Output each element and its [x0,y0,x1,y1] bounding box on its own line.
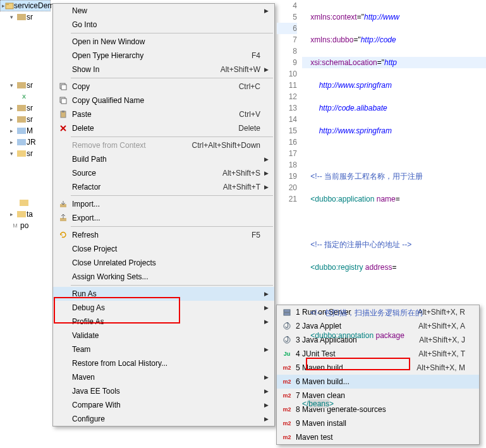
tree-item[interactable]: ▾sr [0,148,51,159]
menu-item-import-[interactable]: Import... [53,197,274,211]
menu-label: Configure [71,415,260,423]
menu-label: Assign Working Sets... [71,272,260,281]
menu-item-debug-as[interactable]: Debug As▶ [53,301,274,315]
menu-label: Import... [71,200,260,209]
server-icon [279,308,295,317]
line-gutter: 456789101112131415161718192021 [277,0,302,253]
menu-label: New [71,6,260,15]
submenu-arrow-icon: ▶ [264,318,272,325]
tree-root[interactable]: ▸ serviceDemo [0,0,51,11]
maven-icon: M [10,222,20,229]
menu-item-delete[interactable]: DeleteDelete [53,121,274,135]
tree-item[interactable]: X [0,91,51,102]
submenu-arrow-icon: ▶ [264,305,272,311]
menu-shortcut: Ctrl+C [239,82,264,91]
submenu-arrow-icon: ▶ [264,346,272,353]
menu-label: Paste [71,110,239,119]
menu-item-compare-with[interactable]: Compare With▶ [53,398,274,412]
menu-label: Profile As [71,317,260,326]
menu-item-copy[interactable]: CopyCtrl+C [53,80,274,94]
m2-icon: m2 [279,434,295,440]
svg-text:J: J [285,322,289,330]
tree-item[interactable]: ▸JR [0,136,51,148]
svg-rect-9 [20,200,28,206]
menu-item-show-in[interactable]: Show InAlt+Shift+W▶ [53,63,274,76]
svg-rect-14 [61,99,66,104]
menu-shortcut: F4 [252,51,264,60]
menu-item-profile-as[interactable]: Profile As▶ [53,315,274,329]
menu-item-maven[interactable]: Maven▶ [53,370,274,384]
paste-icon [56,110,71,119]
menu-item-go-into[interactable]: Go Into [53,18,274,32]
code-area[interactable]: xmlns:context="http://www xmlns:dubbo="h… [302,0,486,253]
folder-icon [16,150,27,157]
menu-label: Validate [71,331,260,340]
menu-label: Open in New Window [71,37,260,46]
project-tree[interactable]: ▸ serviceDemo ▾sr ▾sr X ▸sr ▸sr ▸M ▸JR ▾… [0,0,51,448]
project-icon [5,2,14,9]
menu-label: Go Into [71,20,260,29]
menu-item-open-type-hierarchy[interactable]: Open Type HierarchyF4 [53,49,274,63]
menu-item-refresh[interactable]: RefreshF5 [53,228,274,242]
menu-item-open-in-new-window[interactable]: Open in New Window [53,35,274,49]
svg-rect-16 [62,111,64,112]
menu-item-validate[interactable]: Validate [53,329,274,342]
tree-item[interactable]: ▾sr [0,11,51,23]
menu-item-assign-working-sets-[interactable]: Assign Working Sets... [53,270,274,284]
menu-item-source[interactable]: SourceAlt+Shift+S▶ [53,166,274,180]
m2-icon: m2 [279,406,295,413]
svg-rect-21 [284,310,290,312]
menu-separator [71,226,273,227]
tree-item[interactable] [0,197,51,209]
menu-label: Restore from Local History... [71,359,260,368]
copy-icon [56,82,71,91]
menu-item-build-path[interactable]: Build Path▶ [53,152,274,166]
tree-item[interactable]: ▸sr [0,102,51,114]
menu-item-run-as[interactable]: Run As▶ [53,287,274,301]
tree-item[interactable]: ▸M [0,125,51,136]
menu-label: Delete [71,124,238,133]
submenu-arrow-icon: ▶ [264,416,272,422]
menu-item-java-ee-tools[interactable]: Java EE Tools▶ [53,384,274,398]
japp-icon: J [279,322,295,330]
tree-item[interactable]: ▸sr [0,114,51,125]
menu-item-paste[interactable]: PasteCtrl+V [53,107,274,121]
lib-icon [16,127,27,135]
package-icon [16,13,27,21]
tree-item[interactable]: Mpo [0,220,51,231]
menu-item-close-project[interactable]: Close Project [53,242,274,256]
menu-item-remove-from-context[interactable]: Remove from ContextCtrl+Alt+Shift+Down [53,138,274,152]
menu-item-export-[interactable]: Export... [53,211,274,225]
code-editor[interactable]: 456789101112131415161718192021 xmlns:con… [277,0,486,253]
delete-icon [56,124,71,133]
menu-item-team[interactable]: Team▶ [53,342,274,356]
menu-separator [71,78,273,78]
export-icon [56,214,71,222]
menu-separator [71,136,273,137]
submenu-arrow-icon: ▶ [264,291,272,297]
menu-item-restore-from-local-history-[interactable]: Restore from Local History... [53,356,274,370]
menu-label: Team [71,345,260,354]
menu-item-new[interactable]: New▶ [53,4,274,18]
tree-item[interactable]: ▾sr [0,80,51,91]
submenu-arrow-icon: ▶ [264,66,272,73]
menu-shortcut: Ctrl+V [239,110,264,119]
menu-label: Source [71,169,222,178]
lib-icon [16,138,27,146]
menu-label: Export... [71,214,260,222]
menu-item-refactor[interactable]: RefactorAlt+Shift+T▶ [53,180,274,194]
svg-rect-22 [284,313,290,315]
menu-item-close-unrelated-projects[interactable]: Close Unrelated Projects [53,256,274,270]
m2-icon: m2 [279,365,295,371]
refresh-icon [56,231,71,239]
svg-rect-1 [6,3,9,5]
tree-item[interactable]: ▸ta [0,209,51,220]
menu-item-copy-qualified-name[interactable]: Copy Qualified Name [53,94,274,107]
menu-shortcut: Alt+Shift+S [222,169,264,178]
menu-shortcut: F5 [252,231,264,239]
menu-item-maven-test[interactable]: m2Maven test [277,430,479,444]
submenu-arrow-icon: ▶ [264,374,272,380]
xml-icon: X [19,93,29,100]
menu-item-configure[interactable]: Configure▶ [53,412,274,426]
menu-separator [71,33,273,33]
